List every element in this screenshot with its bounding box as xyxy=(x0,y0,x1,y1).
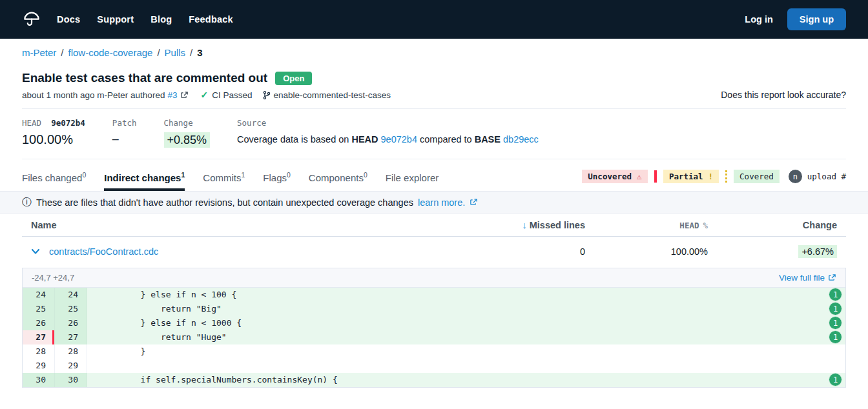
git-branch-icon xyxy=(262,90,271,100)
nav-link-support[interactable]: Support xyxy=(97,14,134,25)
tab-label: Indirect changes xyxy=(104,172,181,183)
umbrella-icon xyxy=(22,10,41,29)
warning-triangle-icon: ⚠ xyxy=(637,172,642,181)
tab-commits[interactable]: Commits1 xyxy=(203,171,245,191)
signup-button[interactable]: Sign up xyxy=(787,8,846,30)
report-accuracy-question[interactable]: Does this report look accurate? xyxy=(721,90,846,100)
code-line[interactable]: 29 29 xyxy=(23,359,845,373)
pull-meta-row: about 1 month ago m-Peter authored #3 ✓ … xyxy=(22,90,846,100)
tab-count: 0 xyxy=(364,171,367,179)
tab-components[interactable]: Components0 xyxy=(309,171,367,191)
breadcrumb: m-Peter/flow-code-coverage/Pulls/3 xyxy=(22,39,846,58)
files-table-header: Name ↓Missed lines HEAD% Change xyxy=(22,214,846,237)
nav-link-blog[interactable]: Blog xyxy=(150,14,172,25)
code-text: if self.specialNumbers.containsKey(n) { xyxy=(87,373,845,387)
column-header-change[interactable]: Change xyxy=(708,220,837,230)
old-line-number: 25 xyxy=(23,302,55,316)
upload-count-badge[interactable]: 1 xyxy=(829,302,842,315)
pull-title-row: Enable test cases that are commented out… xyxy=(22,71,846,85)
code-line[interactable]: 24 24 } else if n < 100 { 1 xyxy=(23,288,845,302)
chevron-down-icon[interactable] xyxy=(31,248,40,255)
external-link-icon[interactable] xyxy=(470,198,478,206)
external-link-icon xyxy=(828,274,836,282)
file-missed-lines: 0 xyxy=(456,246,585,257)
learn-more-link[interactable]: learn more. xyxy=(418,197,465,208)
stat-patch-value: – xyxy=(112,132,137,146)
code-text: return "Big" xyxy=(87,302,845,316)
nav-link-docs[interactable]: Docs xyxy=(57,14,80,25)
diff-panel: -24,7 +24,7 View full file 24 24 } else … xyxy=(22,268,846,388)
breadcrumb-pulls-link[interactable]: Pulls xyxy=(165,47,186,58)
tab-count: 0 xyxy=(287,171,291,179)
external-link-icon[interactable] xyxy=(180,91,189,99)
check-icon: ✓ xyxy=(200,90,208,100)
new-line-number: 29 xyxy=(55,359,87,373)
login-link[interactable]: Log in xyxy=(745,14,773,25)
column-header-name[interactable]: Name xyxy=(31,220,456,230)
stat-change: Change +0.85% xyxy=(164,118,211,147)
breadcrumb-separator: / xyxy=(61,47,63,58)
nav-links: Docs Support Blog Feedback xyxy=(57,14,233,25)
top-navbar: Docs Support Blog Feedback Log in Sign u… xyxy=(0,0,868,39)
ci-status: ✓ CI Passed xyxy=(200,90,252,100)
head-label: HEAD xyxy=(22,118,41,128)
legend-covered-label: Covered xyxy=(739,172,774,181)
tab-files-changed[interactable]: Files changed0 xyxy=(22,171,86,191)
column-header-missed-lines[interactable]: ↓Missed lines xyxy=(456,220,585,230)
pull-meta-text: about 1 month ago m-Peter authored xyxy=(22,90,165,100)
source-head-sha-link[interactable]: 9e072b4 xyxy=(381,134,417,145)
column-header-head-percent[interactable]: HEAD% xyxy=(585,221,708,230)
tab-label: Components xyxy=(309,172,364,183)
head-label: HEAD xyxy=(679,221,699,230)
new-line-number: 24 xyxy=(55,288,87,302)
ci-status-label: CI Passed xyxy=(212,90,252,100)
upload-count-badge[interactable]: 1 xyxy=(829,330,842,344)
old-line-number: 30 xyxy=(23,373,55,387)
upload-count-badge[interactable]: 1 xyxy=(829,373,842,386)
coverage-stats: HEAD 9e072b4 100.00% Patch – Change +0.8… xyxy=(22,109,846,159)
pull-status-badge: Open xyxy=(275,72,312,85)
tab-label: File explorer xyxy=(386,172,439,183)
new-line-number: 25 xyxy=(55,302,87,316)
tab-indirect-changes[interactable]: Indirect changes1 xyxy=(104,171,185,191)
tabs: Files changed0 Indirect changes1 Commits… xyxy=(22,171,439,191)
sort-descending-icon: ↓ xyxy=(522,220,527,230)
stat-patch-label: Patch xyxy=(112,118,137,128)
stat-change-label: Change xyxy=(164,118,211,128)
tab-file-explorer[interactable]: File explorer xyxy=(386,171,439,191)
view-full-file-link[interactable]: View full file xyxy=(779,273,836,283)
legend-upload-label: upload # xyxy=(807,172,846,181)
breadcrumb-repo-link[interactable]: flow-code-coverage xyxy=(68,47,153,58)
codecov-umbrella-logo[interactable] xyxy=(22,9,43,30)
stat-head-label: HEAD 9e072b4 xyxy=(22,118,85,128)
missed-lines-label: Missed lines xyxy=(530,220,585,230)
code-line[interactable]: 26 26 } else if n < 1000 { 1 xyxy=(23,316,845,330)
stat-patch: Patch – xyxy=(112,118,137,147)
code-line[interactable]: 28 28 } xyxy=(23,344,845,359)
tab-flags[interactable]: Flags0 xyxy=(263,171,291,191)
partial-bar-sample xyxy=(725,170,727,183)
legend-upload: n upload # xyxy=(789,170,846,183)
code-line[interactable]: 25 25 return "Big" 1 xyxy=(23,302,845,316)
code-text xyxy=(87,359,845,373)
view-full-file-label: View full file xyxy=(779,273,825,283)
breadcrumb-owner-link[interactable]: m-Peter xyxy=(22,47,56,58)
file-name-link[interactable]: contracts/FooContract.cdc xyxy=(49,246,158,257)
code-line[interactable]: 30 30 if self.specialNumbers.containsKey… xyxy=(23,373,845,387)
stat-head-value: 100.00% xyxy=(22,132,85,147)
code-line[interactable]: 27 27 return "Huge" 1 xyxy=(23,330,845,344)
legend-partial-label: Partial xyxy=(669,172,703,181)
upload-count-badge[interactable]: 1 xyxy=(829,288,842,301)
source-base-sha-link[interactable]: db29ecc xyxy=(503,134,539,145)
new-line-number: 30 xyxy=(55,373,87,387)
branch-info: enable-commented-test-cases xyxy=(262,90,391,100)
old-line-number: 26 xyxy=(23,316,55,330)
code-text: return "Huge" xyxy=(87,330,845,344)
legend-uncovered-label: Uncovered xyxy=(588,172,632,181)
tab-label: Files changed xyxy=(22,172,82,183)
source-text: Coverage data is based on xyxy=(237,134,349,145)
upload-count-badge[interactable]: 1 xyxy=(829,316,842,330)
file-change: +6.67% xyxy=(708,246,837,257)
nav-link-feedback[interactable]: Feedback xyxy=(189,14,233,25)
pr-number-link[interactable]: #3 xyxy=(167,90,177,100)
